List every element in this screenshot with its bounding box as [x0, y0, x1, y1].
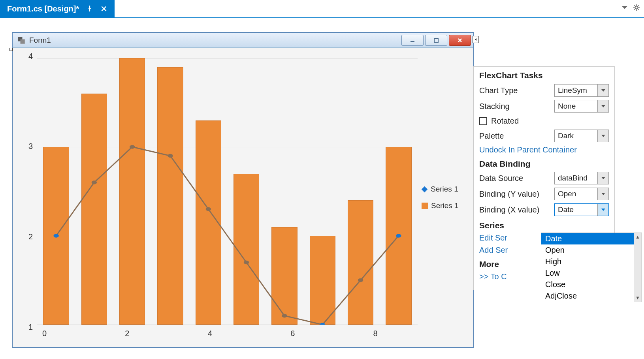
- stacking-label: Stacking: [479, 102, 510, 111]
- svg-rect-2: [21, 39, 25, 43]
- tab-title: Form1.cs [Design]*: [7, 4, 79, 13]
- chevron-down-icon: [597, 188, 608, 200]
- dropdown-option[interactable]: High: [541, 256, 642, 267]
- palette-select[interactable]: Dark: [554, 130, 609, 142]
- binding-y-select[interactable]: Open: [554, 188, 609, 200]
- dropdown-option[interactable]: Date: [541, 233, 642, 244]
- stacking-select[interactable]: None: [554, 100, 609, 113]
- gear-icon[interactable]: [633, 4, 640, 13]
- rotated-checkbox[interactable]: [479, 117, 487, 125]
- pin-icon[interactable]: [86, 5, 93, 12]
- form-title: Form1: [29, 36, 51, 45]
- binding-y-label: Binding (Y value): [479, 190, 539, 199]
- x-tick: 8: [373, 329, 378, 338]
- legend-item-bar: Series 1: [422, 201, 469, 210]
- dropdown-option[interactable]: AdjClose: [541, 290, 642, 302]
- flexchart-control[interactable]: 4 3 2 1 0 2 4 6 8: [13, 48, 473, 347]
- y-tick: 3: [23, 142, 33, 151]
- dropdown-option[interactable]: Open: [541, 244, 642, 256]
- undock-link[interactable]: Undock In Parent Container: [479, 145, 609, 154]
- form-icon: [17, 36, 25, 44]
- plot-area: [37, 58, 418, 325]
- close-tab-icon[interactable]: [100, 5, 107, 12]
- minimize-button[interactable]: [401, 35, 424, 46]
- chart-bar: [271, 227, 297, 325]
- x-tick: 2: [125, 329, 129, 338]
- dropdown-option[interactable]: Low: [541, 267, 642, 279]
- chart-bar: [233, 174, 259, 325]
- chart-bar: [157, 67, 183, 325]
- series-header: Series: [479, 221, 609, 230]
- chart-bar: [310, 236, 335, 325]
- data-source-select[interactable]: dataBind: [554, 172, 609, 184]
- close-button[interactable]: [449, 35, 471, 46]
- data-source-label: Data Source: [479, 174, 523, 183]
- rotated-label: Rotated: [491, 117, 519, 126]
- data-binding-header: Data Binding: [479, 159, 609, 169]
- legend-item-line: Series 1: [422, 185, 469, 194]
- square-icon: [422, 203, 428, 209]
- maximize-button[interactable]: [425, 35, 447, 46]
- form-title-bar: Form1: [13, 33, 473, 48]
- palette-label: Palette: [479, 132, 504, 141]
- chart-bar: [43, 147, 69, 325]
- chart-type-select[interactable]: LineSym: [554, 84, 609, 97]
- svg-rect-4: [434, 38, 438, 42]
- chart-bar: [348, 200, 373, 325]
- x-tick: 0: [42, 329, 47, 338]
- chart-legend: Series 1 Series 1: [422, 48, 473, 347]
- chevron-down-icon: [597, 172, 608, 184]
- chevron-down-icon: [597, 100, 608, 112]
- window-dropdown-icon[interactable]: [621, 4, 628, 13]
- resize-handle[interactable]: [9, 48, 13, 51]
- x-axis: 0 2 4 6 8: [37, 329, 422, 341]
- y-tick: 4: [23, 52, 33, 61]
- chart-type-label: Chart Type: [479, 86, 518, 95]
- binding-x-label: Binding (X value): [479, 205, 539, 214]
- svg-rect-3: [411, 41, 414, 42]
- scrollbar[interactable]: ▲ ▼: [634, 233, 642, 302]
- binding-x-select[interactable]: Date: [554, 203, 609, 216]
- chevron-down-icon: [597, 130, 608, 142]
- scroll-down-icon[interactable]: ▼: [634, 294, 642, 302]
- diamond-icon: [422, 186, 428, 192]
- chart-bar: [81, 94, 107, 325]
- document-tab[interactable]: Form1.cs [Design]*: [0, 0, 115, 17]
- y-axis: 4 3 2 1: [21, 56, 33, 327]
- chart-bar: [196, 120, 221, 325]
- y-tick: 1: [23, 323, 33, 332]
- chevron-down-icon: [597, 204, 608, 216]
- chevron-down-icon: [597, 85, 608, 96]
- form-window[interactable]: Form1 4 3 2 1: [12, 32, 474, 348]
- binding-x-dropdown[interactable]: Date Open High Low Close AdjClose ▲ ▼: [541, 233, 642, 302]
- x-tick: 4: [208, 329, 212, 338]
- chart-bar: [386, 147, 411, 325]
- panel-title: FlexChart Tasks: [479, 71, 609, 80]
- chart-bar: [119, 58, 145, 325]
- x-tick: 6: [290, 329, 295, 338]
- dropdown-option[interactable]: Close: [541, 279, 642, 290]
- svg-point-0: [635, 6, 638, 9]
- y-tick: 2: [23, 232, 33, 241]
- smart-tag-glyph[interactable]: [473, 36, 479, 43]
- scroll-up-icon[interactable]: ▲: [634, 233, 642, 241]
